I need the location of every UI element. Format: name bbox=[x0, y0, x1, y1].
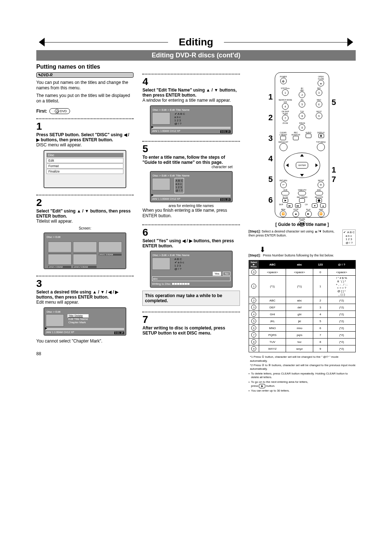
dots-divider bbox=[142, 141, 240, 142]
play-button-icon: ▶ bbox=[259, 384, 265, 388]
guide-step-2: [Step2]: Press Number buttons following … bbox=[249, 254, 356, 258]
menu-edit-title-name: Edit Title Name bbox=[68, 317, 89, 321]
chapter-header: Editing bbox=[36, 36, 356, 48]
table-cell: 0 bbox=[313, 269, 327, 276]
step-7-num: 7 bbox=[142, 315, 240, 325]
step-4-screen: Disc > Edit > Edit Title Name A B C a b … bbox=[150, 105, 233, 134]
dots-divider bbox=[36, 118, 134, 119]
num-key-icon: 3 bbox=[251, 305, 256, 310]
footnote-b2: To go on to the next entering area for l… bbox=[251, 380, 308, 388]
table-cell: DEF bbox=[259, 304, 286, 311]
step-3-tail: Edit menu will appear. bbox=[36, 300, 134, 305]
step-3-num: 3 bbox=[36, 279, 134, 289]
step-7-head: After writing to disc is completed, pres… bbox=[142, 325, 240, 336]
menulist-btn bbox=[279, 143, 287, 151]
thumb: JAN/1 1:00AM bbox=[48, 242, 72, 252]
play-btn: ▶ bbox=[305, 211, 312, 217]
column-middle: 4 Select "Edit Title Name" using ▲ / ▼ b… bbox=[142, 72, 240, 393]
thumb: JAN/1 4:00AM bbox=[48, 254, 72, 265]
step-4-tail: A window for entering a title name will … bbox=[142, 98, 240, 103]
num-6-btn: 6 bbox=[316, 101, 322, 108]
first-label: First: bbox=[36, 109, 47, 114]
dots-divider bbox=[142, 312, 240, 312]
s4-breadcrumb: Disc > Edit > Edit Title Name bbox=[152, 108, 230, 112]
display-btn: ▣ bbox=[318, 134, 324, 138]
s1-item-format: Format bbox=[46, 163, 123, 169]
table-cell: 3 bbox=[313, 304, 327, 311]
table-cell: 7 bbox=[313, 332, 327, 339]
num-0-btn: 0 bbox=[299, 124, 305, 131]
table-cell: tuv bbox=[286, 339, 313, 345]
down-arrow-icon bbox=[300, 174, 304, 177]
s3-status: JAN/ 1 1:00AM CH12 XP bbox=[46, 331, 74, 333]
step-1-tail: DISC menu will appear. bbox=[36, 142, 134, 148]
disc-icon bbox=[55, 109, 59, 113]
character-table: Select ▶ Press ABC abc 123 @ ! ? 0<space… bbox=[249, 260, 356, 352]
num-2-btn: 2 bbox=[299, 92, 305, 98]
s6-charset: A B C a b c 1 2 3 @ ! ? bbox=[175, 258, 184, 271]
table-cell: PQRS bbox=[259, 332, 286, 339]
num-key-icon: 4 bbox=[251, 312, 256, 317]
footnotes: *1 Press ① button, character set will be… bbox=[249, 355, 356, 393]
table-cell: 1 bbox=[313, 276, 327, 297]
intro-2: The names you put on the titles will be … bbox=[36, 93, 134, 104]
table-cell: (*2) bbox=[328, 325, 356, 332]
step-1-screen: Disc Edit Format Finalize bbox=[44, 150, 126, 188]
first-row: First: ☜DVD bbox=[36, 108, 134, 114]
table-cell: <space> bbox=[328, 269, 356, 276]
playbar bbox=[152, 195, 230, 197]
progress-icon bbox=[172, 282, 190, 285]
area-label: area for entering title names bbox=[142, 204, 240, 208]
step-3-note: You cannot select "Chapter Mark". bbox=[36, 339, 134, 344]
enter-btn: ENTER bbox=[296, 162, 308, 169]
step-1-head: Press SETUP button. Select "DISC" using … bbox=[36, 132, 134, 142]
num-8-btn: 8 bbox=[299, 113, 305, 119]
step-2-num: 2 bbox=[36, 198, 134, 208]
s2-thumb-grid: JAN/1 1:00AM JAN/1 2:00AM JAN/1 3:00AM J… bbox=[46, 239, 124, 267]
num-3-btn: 3 bbox=[316, 89, 322, 96]
s5-charset: A B C a b c 1 2 3 @ ! ? bbox=[175, 178, 184, 193]
up-arrow-icon bbox=[300, 154, 304, 157]
thumb: JAN/1 3:00AM bbox=[98, 242, 122, 252]
step-5-screen: Disc > Edit > Edit Title Name A B C a b … bbox=[150, 171, 233, 202]
ch-dn-btn: ▼ bbox=[312, 203, 318, 208]
dots-divider bbox=[142, 74, 240, 74]
table-cell: GHI bbox=[259, 311, 286, 318]
playbar bbox=[152, 127, 230, 129]
table-cell: 5 bbox=[313, 318, 327, 325]
writing-row: Writing to Disc bbox=[152, 282, 230, 285]
vcr-btn bbox=[281, 191, 289, 195]
step-3-screen: Disc > Edit Title Delete Edit Title Name… bbox=[44, 307, 126, 336]
step-6-head: Select "Yes" using ◀ / ▶ buttons, then p… bbox=[142, 238, 240, 248]
table-cell: (*2) bbox=[328, 297, 356, 304]
step-6-note: This operation may take a while to be co… bbox=[142, 291, 240, 306]
dots-divider bbox=[142, 224, 240, 225]
intro-1: You can put names on the titles and chan… bbox=[36, 80, 134, 91]
s3-menu: Title Delete Edit Title Name Chapter Mar… bbox=[68, 314, 89, 327]
callout-nums-left: 1 2 3 4 5 6 bbox=[268, 72, 273, 218]
footnote-1: *1 Press ① button, character set will be… bbox=[250, 355, 356, 363]
skip-next-btn: ⏭ bbox=[295, 203, 301, 208]
table-cell: <space> bbox=[286, 269, 313, 276]
num-key-icon: 8 bbox=[251, 339, 256, 344]
s4-thumb bbox=[152, 112, 170, 125]
step-6: 6 Select "Yes" using ◀ / ▶ buttons, then… bbox=[142, 227, 240, 308]
step-5-head: To enter a title name, follow the steps … bbox=[142, 155, 240, 165]
table-cell: WXYZ bbox=[259, 345, 286, 352]
dvd-btn bbox=[315, 191, 323, 195]
step-5: 5 To enter a title name, follow the step… bbox=[142, 143, 240, 221]
step-6-screen: Disc > Edit > Edit Title Name A B C a b … bbox=[150, 251, 233, 288]
num-1-btn: 1 bbox=[282, 89, 289, 96]
num-9-btn: 9 bbox=[316, 113, 322, 119]
num-7-btn: 7 bbox=[282, 115, 289, 121]
s5-status: JAN/ 1 1:00AM CH12 XP bbox=[152, 198, 180, 200]
step-1-num: 1 bbox=[36, 121, 134, 131]
remote-diagram: 1 2 3 4 5 6 POWER⏻ OPEN/ CLOSE▲ VCR Plus… bbox=[249, 72, 356, 218]
remote-control-icon: POWER⏻ OPEN/ CLOSE▲ VCR Plus+1 @/:ABC2 D… bbox=[275, 72, 329, 218]
num-key-icon: 7 bbox=[251, 332, 256, 337]
s1-screen-title: Disc bbox=[46, 153, 123, 157]
yes-button: Yes bbox=[213, 272, 221, 276]
recmon-btn bbox=[293, 136, 299, 140]
table-cell: mno bbox=[286, 325, 313, 332]
audio-btn bbox=[306, 134, 311, 138]
